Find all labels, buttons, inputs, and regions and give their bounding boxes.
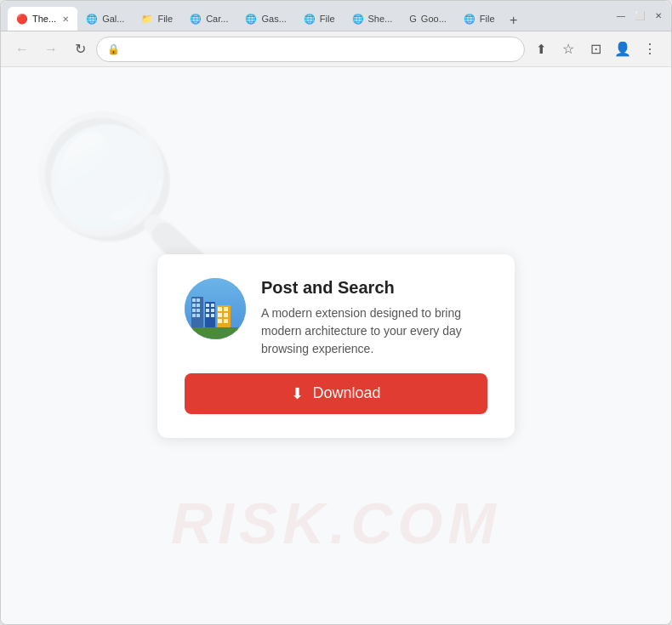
app-description: A modern extension designed to bring mod… [261, 304, 487, 358]
back-button[interactable]: ← [9, 37, 35, 62]
svg-rect-21 [224, 313, 228, 317]
download-button[interactable]: ⬇ Download [185, 373, 487, 414]
download-label: Download [312, 384, 380, 402]
tab-icon-5: 🌐 [304, 14, 316, 25]
svg-rect-16 [211, 314, 214, 317]
tab-3[interactable]: 🌐 Car... [181, 7, 236, 31]
bookmark-button[interactable]: ☆ [555, 37, 581, 62]
svg-rect-18 [218, 307, 222, 311]
tab-label-7: Goo... [421, 14, 447, 24]
tab-strip: 🔴 The... ✕ 🌐 Gal... 📁 File 🌐 Car... 🌐 Ga… [8, 1, 608, 31]
tab-close-active[interactable]: ✕ [62, 14, 69, 24]
close-button[interactable]: ✕ [652, 10, 664, 22]
svg-rect-12 [211, 304, 214, 307]
download-icon: ⬇ [291, 384, 304, 403]
card-header: Post and Search A modern extension desig… [185, 278, 487, 358]
svg-rect-13 [206, 309, 209, 312]
svg-rect-20 [218, 313, 222, 317]
watermark-brand-top: RISK.COM [171, 490, 501, 556]
extensions-button[interactable]: ⊡ [583, 37, 608, 62]
toolbar: ← → ↻ 🔒 ⬆ ☆ ⊡ 👤 ⋮ [1, 31, 671, 67]
app-icon-svg [185, 278, 246, 339]
tab-8[interactable]: 🌐 File [455, 7, 504, 31]
svg-rect-2 [192, 298, 196, 302]
profile-icon: 👤 [614, 41, 631, 57]
svg-rect-8 [192, 314, 196, 317]
svg-rect-14 [211, 309, 214, 312]
extension-card: Post and Search A modern extension desig… [157, 254, 515, 438]
tab-label-2: File [157, 14, 173, 24]
tab-label-6: She... [368, 14, 393, 24]
reload-icon: ↻ [75, 41, 86, 57]
bookmark-icon: ☆ [562, 41, 574, 57]
title-bar: 🔴 The... ✕ 🌐 Gal... 📁 File 🌐 Car... 🌐 Ga… [1, 1, 671, 31]
share-icon: ⬆ [536, 42, 547, 57]
browser-window: 🔴 The... ✕ 🌐 Gal... 📁 File 🌐 Car... 🌐 Ga… [0, 0, 672, 625]
svg-rect-5 [196, 304, 200, 307]
app-title: Post and Search [261, 278, 487, 298]
app-icon [185, 278, 246, 339]
forward-button[interactable]: → [38, 37, 64, 62]
address-bar[interactable]: 🔒 [96, 37, 525, 62]
svg-rect-3 [196, 298, 200, 302]
reload-button[interactable]: ↻ [67, 37, 93, 62]
menu-icon: ⋮ [643, 41, 657, 57]
tab-icon-8: 🌐 [464, 14, 476, 25]
tab-label-1: Gal... [102, 14, 124, 24]
tab-icon-3: 🌐 [190, 14, 202, 25]
tab-1[interactable]: 🌐 Gal... [77, 7, 133, 31]
tab-icon-6: 🌐 [352, 14, 364, 25]
card-text: Post and Search A modern extension desig… [261, 278, 487, 358]
title-bar-controls: — ⬜ ✕ [615, 10, 664, 22]
extensions-icon: ⊡ [590, 41, 601, 57]
tab-icon-7: G [409, 14, 417, 24]
tab-label-5: File [320, 14, 335, 24]
svg-rect-23 [224, 319, 228, 323]
tab-active[interactable]: 🔴 The... ✕ [8, 7, 77, 31]
share-button[interactable]: ⬆ [528, 37, 554, 62]
svg-rect-15 [206, 314, 209, 317]
tab-icon-2: 📁 [141, 14, 153, 25]
svg-rect-24 [185, 327, 246, 339]
tab-label-3: Car... [206, 14, 228, 24]
new-tab-button[interactable]: + [504, 10, 524, 31]
tab-label-8: File [480, 14, 495, 24]
svg-rect-22 [218, 319, 222, 323]
svg-rect-11 [206, 304, 209, 307]
tab-label-4: Gas... [261, 14, 286, 24]
tab-7[interactable]: G Goo... [401, 7, 455, 31]
svg-rect-4 [192, 304, 196, 307]
tab-6[interactable]: 🌐 She... [344, 7, 401, 31]
back-icon: ← [15, 42, 29, 57]
forward-icon: → [44, 42, 58, 57]
menu-button[interactable]: ⋮ [637, 37, 663, 62]
svg-rect-9 [196, 314, 200, 317]
tab-icon-active: 🔴 [16, 14, 28, 25]
svg-rect-19 [224, 307, 228, 311]
svg-rect-7 [196, 309, 200, 312]
maximize-button[interactable]: ⬜ [634, 10, 646, 22]
page-content: 🔍 RISK.COM [1, 67, 671, 624]
minimize-button[interactable]: — [615, 10, 627, 22]
svg-rect-6 [192, 309, 196, 312]
profile-button[interactable]: 👤 [610, 37, 635, 62]
tab-2[interactable]: 📁 File [133, 7, 181, 31]
tab-label-active: The... [32, 14, 56, 24]
lock-icon: 🔒 [107, 43, 120, 55]
toolbar-right: ⬆ ☆ ⊡ 👤 ⋮ [528, 37, 663, 62]
tab-icon-4: 🌐 [245, 14, 257, 25]
tab-4[interactable]: 🌐 Gas... [236, 7, 294, 31]
tab-icon-1: 🌐 [86, 14, 98, 25]
tab-5[interactable]: 🌐 File [295, 7, 344, 31]
